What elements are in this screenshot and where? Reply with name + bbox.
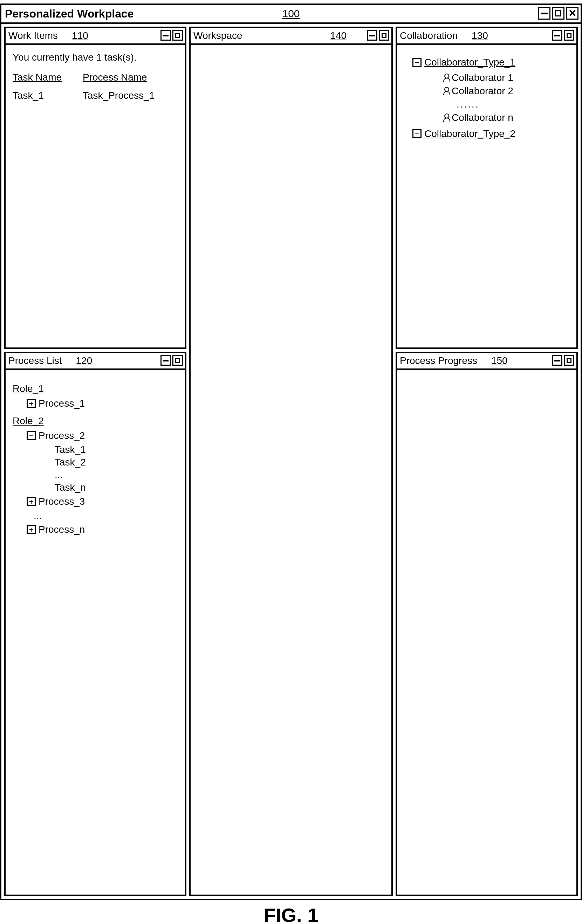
work-items-ref: 110 (72, 30, 88, 41)
process-list-maximize[interactable] (172, 355, 183, 366)
process-progress-minimize[interactable] (552, 355, 562, 366)
collaboration-maximize[interactable] (564, 30, 574, 41)
task-list: Task_1 Task_2 ... Task_n (55, 444, 178, 493)
workspace-titlebar: Workspace 140 (191, 28, 391, 45)
workspace-title: Workspace (193, 30, 243, 41)
process-label: Process_3 (38, 496, 85, 507)
work-items-status: You currently have 1 task(s). (13, 52, 178, 63)
workspace-body (191, 45, 391, 894)
task-item[interactable]: Task_2 (55, 457, 178, 468)
collaborator-item[interactable]: Collaborator 2 (443, 86, 569, 97)
work-items-body: You currently have 1 task(s). Task Name … (6, 45, 185, 348)
task-ellipsis: ... (55, 469, 178, 480)
process-list-titlebar: Process List 120 (6, 353, 185, 370)
collaboration-ref: 130 (471, 30, 488, 41)
workspace-minimize[interactable] (367, 30, 377, 41)
col-task-header: Task Name (13, 72, 69, 83)
process-list-panel: Process List 120 Role_1 + Process_1 Role… (4, 351, 187, 896)
expand-icon[interactable]: + (26, 399, 36, 408)
collaborator-item[interactable]: Collaborator 1 (443, 72, 569, 83)
role-link[interactable]: Role_2 (13, 416, 178, 427)
process-node[interactable]: − Process_2 (26, 430, 178, 441)
maximize-button[interactable] (552, 7, 564, 20)
collaborator-type-label: Collaborator_Type_2 (424, 128, 516, 139)
main-window-controls: ✕ (538, 7, 579, 20)
task-item[interactable]: Task_1 (55, 444, 178, 455)
process-progress-panel: Process Progress 150 (395, 351, 578, 896)
work-items-titlebar: Work Items 110 (6, 28, 185, 45)
collaborator-name: Collaborator n (451, 112, 513, 123)
collaboration-title: Collaboration (400, 30, 458, 41)
close-button[interactable]: ✕ (566, 7, 579, 20)
work-items-maximize[interactable] (172, 30, 183, 41)
figure-label: FIG. 1 (0, 904, 582, 924)
process-node[interactable]: + Process_n (26, 524, 178, 535)
collaboration-titlebar: Collaboration 130 (397, 28, 576, 45)
process-progress-title: Process Progress (400, 355, 477, 366)
work-items-minimize[interactable] (160, 30, 171, 41)
collapse-icon[interactable]: − (412, 58, 422, 67)
process-list-minimize[interactable] (160, 355, 171, 366)
expand-icon[interactable]: + (412, 129, 422, 139)
collaborator-ellipsis: ...... (456, 99, 569, 110)
process-node[interactable]: + Process_1 (26, 398, 178, 409)
main-window-refnum: 100 (282, 8, 299, 20)
collaborator-name: Collaborator 1 (451, 72, 513, 83)
work-item-process: Task_Process_1 (83, 90, 155, 101)
workspace-ref: 140 (330, 30, 347, 41)
process-label: Process_n (38, 524, 85, 535)
process-list-body: Role_1 + Process_1 Role_2 − Process_2 Ta… (6, 370, 185, 894)
panel-grid: Work Items 110 You currently have 1 task… (2, 24, 580, 899)
workspace-maximize[interactable] (379, 30, 389, 41)
process-list-ref: 120 (76, 355, 93, 366)
process-progress-maximize[interactable] (564, 355, 574, 366)
expand-icon[interactable]: + (26, 525, 36, 534)
person-icon (443, 87, 450, 95)
collaboration-body: − Collaborator_Type_1 Collaborator 1 Col… (397, 45, 576, 348)
collaborator-type-node[interactable]: − Collaborator_Type_1 (412, 57, 569, 68)
collaboration-panel: Collaboration 130 − Collaborator_Type_1 … (395, 26, 578, 349)
collaboration-minimize[interactable] (552, 30, 562, 41)
main-window-title: Personalized Workplace (5, 7, 134, 20)
person-icon (443, 74, 450, 82)
task-item[interactable]: Task_n (55, 482, 178, 493)
collaborator-name: Collaborator 2 (451, 86, 513, 97)
process-progress-ref: 150 (491, 355, 508, 366)
process-progress-body (397, 370, 576, 894)
role-link[interactable]: Role_1 (13, 383, 178, 394)
minimize-button[interactable] (538, 7, 551, 20)
collapse-icon[interactable]: − (26, 431, 36, 440)
work-items-title: Work Items (8, 30, 58, 41)
process-node[interactable]: + Process_3 (26, 496, 178, 507)
process-progress-titlebar: Process Progress 150 (397, 353, 576, 370)
col-process-header: Process Name (83, 72, 147, 83)
collaborator-type-node[interactable]: + Collaborator_Type_2 (412, 128, 569, 139)
main-titlebar: Personalized Workplace 100 ✕ (2, 5, 580, 24)
work-item-row[interactable]: Task_1 Task_Process_1 (13, 90, 178, 101)
process-list-title: Process List (8, 355, 62, 366)
process-ellipsis: ... (34, 510, 178, 521)
process-label: Process_1 (38, 398, 85, 409)
expand-icon[interactable]: + (26, 497, 36, 506)
workspace-panel: Workspace 140 (189, 26, 393, 896)
collaborator-type-label: Collaborator_Type_1 (424, 57, 516, 68)
work-item-task: Task_1 (13, 90, 69, 101)
collaborator-item[interactable]: Collaborator n (443, 112, 569, 123)
main-window: Personalized Workplace 100 ✕ Work Items … (0, 3, 582, 900)
work-items-panel: Work Items 110 You currently have 1 task… (4, 26, 187, 349)
person-icon (443, 114, 450, 122)
process-label: Process_2 (38, 430, 85, 441)
